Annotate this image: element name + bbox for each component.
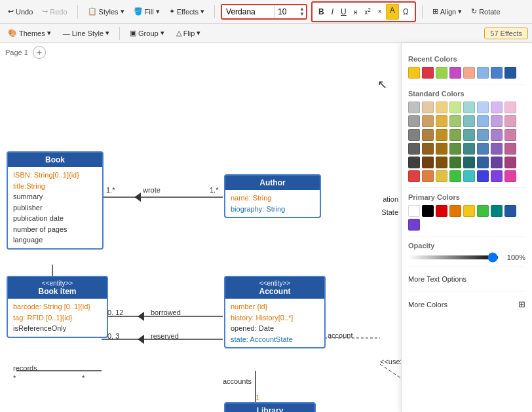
italic-button[interactable]: I	[328, 6, 337, 18]
color-swatch[interactable]	[449, 129, 461, 141]
rotate-button[interactable]: ↻ Rotate	[467, 5, 504, 18]
color-swatch[interactable]	[449, 115, 461, 127]
color-swatch[interactable]	[408, 129, 420, 141]
color-swatch[interactable]	[504, 67, 516, 79]
themes-label: Themes	[19, 29, 45, 37]
line-style-button[interactable]: — Line Style ▾	[59, 27, 113, 39]
color-swatch[interactable]	[408, 67, 420, 79]
bold-button[interactable]: B	[315, 6, 328, 18]
color-swatch[interactable]	[463, 157, 475, 168]
color-swatch[interactable]	[504, 157, 516, 168]
color-swatch[interactable]	[436, 115, 447, 127]
color-swatch[interactable]	[436, 170, 447, 182]
color-swatch[interactable]	[436, 67, 447, 79]
color-swatch[interactable]	[477, 170, 489, 182]
color-swatch[interactable]	[477, 102, 489, 113]
color-swatch[interactable]	[504, 129, 516, 141]
color-swatch[interactable]	[449, 143, 461, 155]
color-swatch[interactable]	[504, 115, 516, 127]
color-swatch[interactable]	[422, 115, 434, 127]
color-swatch[interactable]	[408, 157, 420, 168]
color-swatch[interactable]	[491, 129, 503, 141]
book-item-header: <<entity>> Book item	[8, 277, 107, 299]
color-swatch[interactable]	[491, 102, 503, 113]
color-swatch[interactable]	[491, 67, 503, 79]
align-button[interactable]: ⊞ Align ▾	[428, 5, 466, 18]
color-swatch[interactable]	[463, 129, 475, 141]
color-swatch[interactable]	[408, 115, 420, 127]
themes-button[interactable]: 🎨 Themes ▾	[4, 27, 55, 39]
opacity-slider[interactable]	[408, 255, 498, 259]
color-swatch[interactable]	[477, 67, 489, 79]
color-swatch[interactable]	[422, 102, 434, 113]
color-swatch[interactable]	[436, 129, 447, 141]
account-box[interactable]: <<entity>> Account number {id} history: …	[224, 276, 326, 348]
color-swatch[interactable]	[504, 143, 516, 155]
color-swatch[interactable]	[422, 129, 434, 141]
more-colors-link[interactable]: More Colors ⊞	[408, 297, 525, 312]
color-swatch[interactable]	[491, 115, 503, 127]
author-box[interactable]: Author name: String biography: String	[224, 174, 321, 218]
undo-button[interactable]: ↩ Undo	[4, 5, 37, 18]
library-box[interactable]: Library name address	[224, 402, 316, 412]
add-page-button[interactable]: +	[33, 46, 46, 59]
color-swatch[interactable]	[436, 143, 447, 155]
color-swatch[interactable]	[477, 129, 489, 141]
effects-button[interactable]: ✦ Effects ▾	[165, 5, 208, 18]
color-swatch[interactable]	[477, 157, 489, 168]
fill-button[interactable]: 🪣 Fill ▾	[130, 5, 164, 18]
color-swatch[interactable]	[408, 102, 420, 113]
font-size-arrows[interactable]: ▲ ▼	[298, 7, 306, 17]
color-swatch[interactable]	[477, 143, 489, 155]
color-swatch[interactable]	[422, 157, 434, 168]
color-swatch[interactable]	[436, 157, 447, 168]
color-swatch[interactable]	[504, 102, 516, 113]
color-swatch[interactable]	[463, 102, 475, 113]
underline-button[interactable]: U	[337, 6, 350, 18]
highlight-button[interactable]: A	[386, 4, 399, 20]
color-swatch[interactable]	[449, 157, 461, 168]
color-swatch[interactable]	[463, 67, 475, 79]
account-body: number {id} history: History[0..*] opene…	[225, 299, 324, 347]
color-swatch[interactable]	[449, 170, 461, 182]
color-swatch[interactable]	[436, 205, 447, 217]
font-size-down[interactable]: ▼	[299, 12, 305, 17]
color-swatch[interactable]	[436, 102, 447, 113]
color-swatch[interactable]	[408, 219, 420, 231]
color-swatch[interactable]	[463, 143, 475, 155]
font-size-input[interactable]	[275, 5, 298, 18]
book-item-box[interactable]: <<entity>> Book item barcode: String [0.…	[7, 276, 108, 338]
color-swatch[interactable]	[477, 205, 489, 217]
color-swatch[interactable]	[491, 143, 503, 155]
color-swatch[interactable]	[504, 205, 516, 217]
special-char-button[interactable]: Ω	[400, 6, 412, 18]
color-swatch[interactable]	[422, 205, 434, 217]
color-swatch[interactable]	[491, 205, 503, 217]
strikethrough-button[interactable]: x	[351, 6, 361, 18]
color-swatch[interactable]	[422, 170, 434, 182]
color-swatch[interactable]	[463, 205, 475, 217]
color-swatch[interactable]	[463, 170, 475, 182]
color-swatch[interactable]	[491, 170, 503, 182]
book-box[interactable]: Book ISBN: String[0..1]{id} title:String…	[7, 151, 104, 250]
color-swatch[interactable]	[422, 67, 434, 79]
color-swatch[interactable]	[408, 205, 420, 217]
group-button[interactable]: ▣ Group ▾	[126, 27, 168, 39]
cross-button[interactable]: ×	[375, 7, 385, 16]
color-swatch[interactable]	[408, 170, 420, 182]
styles-button[interactable]: 📋 Styles ▾	[84, 5, 128, 18]
color-swatch[interactable]	[477, 115, 489, 127]
color-swatch[interactable]	[449, 102, 461, 113]
color-swatch[interactable]	[449, 67, 461, 79]
color-swatch[interactable]	[408, 143, 420, 155]
more-text-options-link[interactable]: More Text Options	[408, 272, 525, 286]
color-swatch[interactable]	[504, 170, 516, 182]
superscript-button[interactable]: x2	[361, 5, 374, 17]
flip-button[interactable]: △ Flip ▾	[172, 27, 205, 39]
font-name-input[interactable]	[222, 5, 275, 18]
color-swatch[interactable]	[463, 115, 475, 127]
color-swatch[interactable]	[422, 143, 434, 155]
redo-button[interactable]: ↪ Redo	[38, 5, 71, 18]
color-swatch[interactable]	[491, 157, 503, 168]
color-swatch[interactable]	[449, 205, 461, 217]
